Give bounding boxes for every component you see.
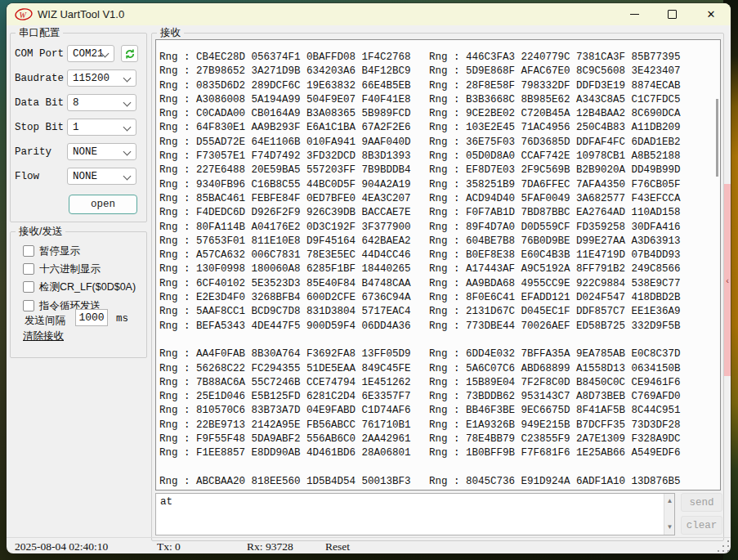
send-interval-unit: ms [116,313,128,325]
log-line: Rng : ABCBAA20 818EE560 1D5B4D54 50013BF… [159,475,681,489]
com-port-label: COM Port [15,48,64,60]
panel-collapse-handle[interactable]: ‹ [724,184,731,376]
checkbox-icon[interactable] [23,263,34,275]
chevron-left-icon: ‹ [726,276,729,285]
data-bit-label: Data Bit [15,97,64,109]
com-port-value: COM21 [73,48,104,60]
chevron-down-icon [123,74,132,83]
send-button[interactable]: send [681,493,722,512]
minimize-button[interactable] [619,3,649,25]
parity-select[interactable]: NONE [67,143,136,160]
status-rx-count: Rx: 93728 [247,540,293,553]
refresh-icon [124,48,136,60]
log-line: Rng : BEFA5343 4DE447F5 900D59F4 06DD4A3… [159,320,681,334]
clear-button[interactable]: clear [681,516,722,535]
data-bit-select[interactable]: 8 [67,94,136,111]
flow-value: NONE [73,171,97,182]
log-line: Rng : F73057E1 F74D7492 3FD32DCD 8B3D139… [159,150,681,164]
log-line: Rng : 0835D6D2 289DCF6C 19E63832 66E4B5E… [159,79,681,93]
statusbar-divider [7,537,731,538]
log-line: Rng : E2E3D4F0 3268BFB4 600D2CFE 6736C94… [159,291,681,305]
baudrate-label: Baudrate [15,73,64,84]
crlf-detect-label: 检测CR_LF($0D$0A) [39,280,136,294]
desktop: W WIZ UartTool V1.0 ✕ 串口配置 COM Port COM2… [0,0,738,560]
stop-bit-value: 1 [73,122,79,133]
flow-select[interactable]: NONE [67,168,136,185]
log-line: Rng : 85BAC461 FEBFE84F 0ED7BFE0 4EA3C20… [159,192,681,206]
refresh-ports-button[interactable] [121,45,138,62]
spinner-down-icon[interactable]: ▼ [664,524,675,531]
log-line: Rng : F18815A2 2B345EC1 C1F0052D A106F0D… [159,489,681,491]
parity-label: Parity [15,146,51,158]
crlf-detect-option[interactable]: 检测CR_LF($0D$0A) [23,280,136,293]
resize-grip[interactable] [716,540,731,553]
close-button[interactable]: ✕ [696,3,726,25]
log-line: Rng : AA4F0FAB 8B30A764 F3692FA8 13FF05D… [159,347,681,361]
window-title: WIZ UartTool V1.0 [38,8,124,20]
log-line: Rng : 810570C6 83B73A7D 04E9FABD C1D74AF… [159,404,681,418]
chevron-down-icon [123,123,132,132]
com-port-select[interactable]: COM21 [67,45,114,62]
receive-scrollbar-thumb[interactable] [716,99,718,177]
send-interval-label: 发送间隔 [25,314,65,328]
status-reset-link[interactable]: Reset [325,540,350,553]
log-line: Rng : 27B98652 3A271D9B 634203A6 B4F12BC… [159,65,681,78]
svg-text:W: W [20,11,28,20]
log-line: Rng : C0CADA00 CB0164A9 B3A08365 5B989FC… [159,107,681,121]
hex-display-option[interactable]: 十六进制显示 [23,262,101,276]
minimize-icon [630,14,639,15]
log-blank-line [159,461,681,475]
baudrate-select[interactable]: 115200 [67,69,136,87]
checkbox-icon[interactable] [23,245,34,257]
log-line: Rng : 227E6488 20E59BA5 557203FF 7B9BDDB… [159,164,681,177]
log-line: Rng : 6CF40102 5E3523D3 85E40F84 B4748CA… [159,277,681,291]
spinner-up-icon[interactable]: ▲ [664,498,675,504]
flow-label: Flow [15,171,39,182]
maximize-icon [668,10,677,19]
log-line: Rng : 57653F01 811E10E8 D9F45164 642BAEA… [159,235,681,249]
log-line: Rng : 22BE9713 2142A95E FB56ABCC 761710B… [159,419,681,432]
receive-textarea[interactable]: Rng : CB4EC28D 056374F1 0BAFFD08 1F4C276… [155,39,721,491]
log-line: Rng : 130F0998 180060A8 6285F1BF 1844026… [159,262,681,276]
clear-receive-link[interactable]: 清除接收 [23,329,64,343]
checkbox-icon[interactable] [23,300,34,311]
chevron-down-icon [123,99,132,107]
titlebar[interactable]: W WIZ UartTool V1.0 ✕ [7,3,731,25]
receive-log: Rng : CB4EC28D 056374F1 0BAFFD08 1F4C276… [159,51,681,491]
log-line: Rng : 64F830E1 AA9B293F E6A1C1BA 67A2F2E… [159,121,681,135]
log-line: Rng : D55AD72E 64E1106B 010FA941 9AAF040… [159,136,681,150]
send-interval-input[interactable]: 1000 [75,309,108,326]
log-line: Rng : 7B88AC6A 55C7246B CCE74794 1E45126… [159,376,681,390]
log-line: Rng : CB4EC28D 056374F1 0BAFFD08 1F4C276… [159,51,681,65]
app-window: W WIZ UartTool V1.0 ✕ 串口配置 COM Port COM2… [7,3,731,553]
pause-display-option[interactable]: 暂停显示 [23,244,80,258]
hex-display-label: 十六进制显示 [39,262,101,276]
log-line: Rng : 25E1D046 E5B125FD 6281C2D4 6E3357F… [159,390,681,404]
chevron-down-icon [123,148,132,156]
log-line: Rng : A57CA632 006C7831 78E3E5EC 44D4CC4… [159,249,681,262]
app-logo-icon: W [15,8,33,20]
data-bit-value: 8 [73,97,79,109]
parity-value: NONE [73,146,97,158]
send-input[interactable]: at ▲ ▼ [155,493,675,535]
open-port-button[interactable]: open [69,195,137,214]
baudrate-value: 115200 [73,73,110,84]
stop-bit-select[interactable]: 1 [67,119,136,136]
close-icon: ✕ [707,9,716,20]
checkbox-icon[interactable] [23,281,34,293]
serial-config-group-title: 串口配置 [16,26,63,40]
log-line: Rng : F4DEDC6D D926F2F9 926C39DB BACCAE7… [159,206,681,220]
send-input-value: at [160,496,172,508]
maximize-button[interactable] [657,3,687,25]
stop-bit-label: Stop Bit [15,122,64,133]
receive-group-title: 接收 [157,26,184,40]
log-line: Rng : 80FA114B A04176E2 0D3C192F 3F37790… [159,221,681,235]
log-line: Rng : 56268C22 FC294355 51DE5EAA 849C45F… [159,362,681,376]
log-line: Rng : 5AAF8CC1 BCD9C7D8 831D3804 5717EAC… [159,305,681,319]
log-line: Rng : 9340FB96 C16B8C55 44BC0D5F 904A2A1… [159,178,681,192]
status-datetime: 2025-08-04 02:40:10 [15,540,108,553]
log-line: Rng : F1EE8857 E8DD90AB 4D461BD6 28A0680… [159,446,681,460]
status-tx-count: Tx: 0 [157,540,181,553]
pause-display-label: 暂停显示 [39,244,80,258]
log-line: Rng : A3086008 5A194A99 504F9E07 F40F41E… [159,93,681,107]
